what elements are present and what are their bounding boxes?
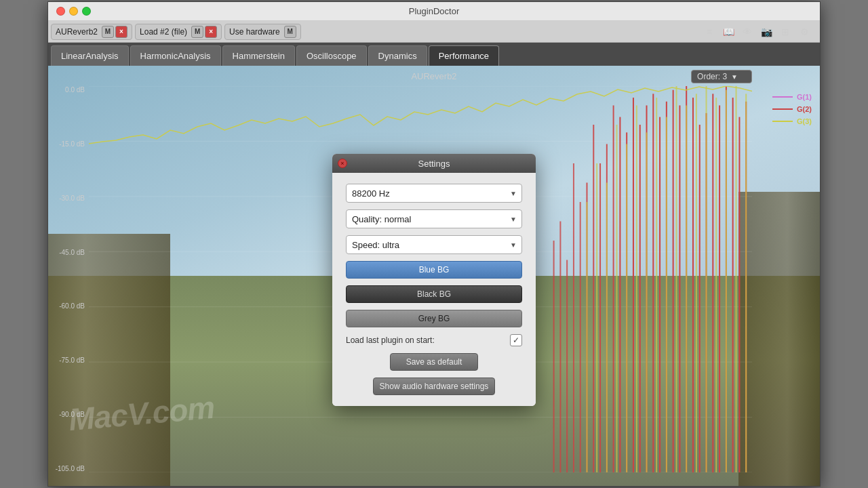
checkbox-check-icon: ✓ xyxy=(513,336,519,345)
black-bg-button[interactable]: Black BG xyxy=(346,285,522,303)
plugin-toolbar: AUReverb2 M × Load #2 (file) M × Use har… xyxy=(48,21,820,43)
app-title: PluginDoctor xyxy=(409,6,459,16)
tab-linear-analysis[interactable]: LinearAnalysis xyxy=(51,45,129,66)
show-audio-hardware-button[interactable]: Show audio hardware settings xyxy=(373,378,495,395)
blue-bg-button[interactable]: Blue BG xyxy=(346,261,522,279)
analysis-tabs: LinearAnalysis HarmonicAnalysis Hammerst… xyxy=(48,43,820,66)
modal-header: × Settings xyxy=(332,154,536,173)
frequency-select[interactable]: 88200 Hz xyxy=(346,184,522,203)
modal-close-button[interactable]: × xyxy=(338,159,347,168)
slot1-m-button[interactable]: M xyxy=(102,26,114,38)
plugin-slot-2: Load #2 (file) M × xyxy=(135,24,222,40)
settings-gear-icon[interactable]: ⚙ xyxy=(797,24,812,39)
window-controls xyxy=(56,7,91,16)
blue-bg-label: Blue BG xyxy=(419,265,450,274)
tab-oscilloscope[interactable]: Oscilloscope xyxy=(296,45,367,66)
camera-icon[interactable]: 📷 xyxy=(759,24,774,39)
speed-select[interactable]: Speed: ultra xyxy=(346,235,522,254)
load-last-checkbox[interactable]: ✓ xyxy=(510,334,522,346)
quality-select-row[interactable]: Quality: normal ▼ xyxy=(346,209,522,228)
eye-icon[interactable]: 👁 xyxy=(740,24,755,39)
show-hw-label: Show audio hardware settings xyxy=(380,382,489,391)
slot3-name: Use hardware xyxy=(229,27,280,37)
modal-body: 88200 Hz ▼ Quality: normal ▼ xyxy=(332,173,536,406)
modal-close-icon: × xyxy=(340,160,344,167)
black-bg-label: Black BG xyxy=(417,289,451,299)
grey-bg-label: Grey BG xyxy=(418,314,450,323)
slot2-x-button[interactable]: × xyxy=(205,26,217,38)
quality-value: Quality: normal xyxy=(352,214,411,224)
title-bar: PluginDoctor xyxy=(48,2,820,21)
speed-select-row[interactable]: Speed: ultra ▼ xyxy=(346,235,522,254)
tab-dynamics[interactable]: Dynamics xyxy=(368,45,427,66)
slot1-name: AUReverb2 xyxy=(56,27,98,37)
slot2-name: Load #2 (file) xyxy=(140,27,187,37)
tab-hammerstein[interactable]: Hammerstein xyxy=(222,45,295,66)
book-icon[interactable]: 📖 xyxy=(721,24,736,39)
load-last-row: Load last plugin on start: ✓ xyxy=(346,334,522,346)
list-icon[interactable]: ≡ xyxy=(702,24,717,39)
frequency-select-row[interactable]: 88200 Hz ▼ xyxy=(346,184,522,203)
plugin-slot-3: Use hardware M xyxy=(224,24,301,40)
tab-performance[interactable]: Performance xyxy=(429,45,499,66)
load-last-label: Load last plugin on start: xyxy=(346,336,435,345)
slot1-x-button[interactable]: × xyxy=(115,26,127,38)
toolbar-icons: ≡ 📖 👁 📷 ⊞ ⚙ xyxy=(702,24,817,39)
modal-title: Settings xyxy=(418,159,450,169)
grid-icon[interactable]: ⊞ xyxy=(778,24,793,39)
maximize-button[interactable] xyxy=(82,7,91,16)
slot3-m-button[interactable]: M xyxy=(284,26,296,38)
settings-modal: × Settings 88200 Hz ▼ xyxy=(332,154,536,406)
modal-overlay: × Settings 88200 Hz ▼ xyxy=(48,66,820,486)
speed-value: Speed: ultra xyxy=(352,240,399,250)
frequency-value: 88200 Hz xyxy=(352,188,390,199)
grey-bg-button[interactable]: Grey BG xyxy=(346,310,522,327)
tab-harmonic-analysis[interactable]: HarmonicAnalysis xyxy=(130,45,221,66)
slot2-m-button[interactable]: M xyxy=(191,26,203,38)
close-button[interactable] xyxy=(56,7,65,16)
save-default-button[interactable]: Save as default xyxy=(390,353,478,371)
save-default-label: Save as default xyxy=(406,357,462,367)
plugin-slot-1: AUReverb2 M × xyxy=(51,24,132,40)
chart-area: MacV.com AUReverb2 Order: 3 ▼ 0.0 dB -15… xyxy=(48,66,820,486)
minimize-button[interactable] xyxy=(69,7,78,16)
quality-select[interactable]: Quality: normal xyxy=(346,209,522,228)
